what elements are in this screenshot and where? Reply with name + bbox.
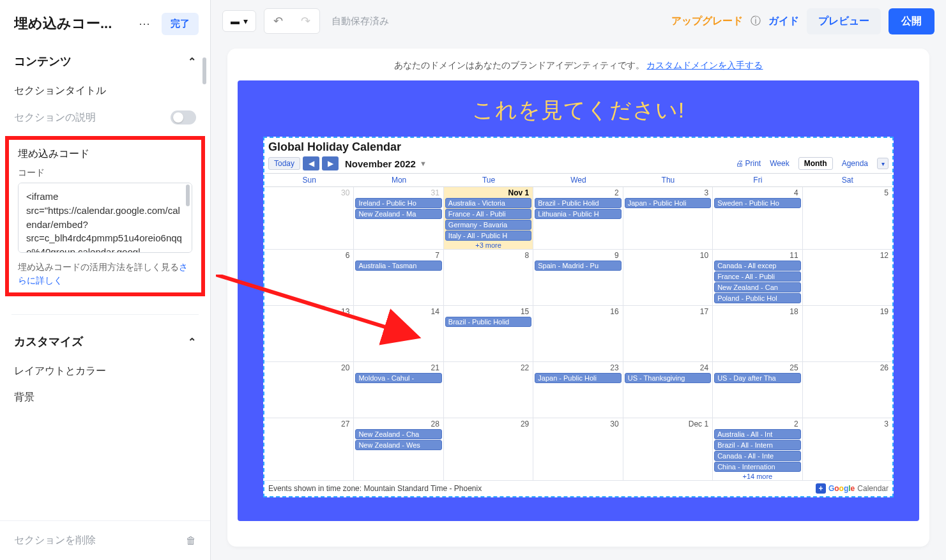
calendar-cell[interactable]: 14 [354, 306, 443, 362]
customize-section-head[interactable]: カスタマイズ ⌃ [0, 325, 210, 358]
calendar-event[interactable]: Brazil - All - Intern [714, 440, 800, 450]
embed-code-textarea[interactable] [18, 183, 192, 253]
calendar-cell[interactable]: 3 [803, 418, 892, 481]
calendar-event[interactable]: China - Internation [714, 462, 800, 472]
embed-selection[interactable]: Global Holiday Calendar Today ◀ ▶ Novemb… [263, 137, 894, 497]
calendar-cell[interactable]: 16 [533, 306, 623, 362]
calendar-event[interactable]: US - Day after Tha [714, 373, 800, 383]
calendar-event[interactable]: New Zealand - Ma [355, 209, 441, 219]
today-button[interactable]: Today [268, 157, 300, 170]
contents-section-head[interactable]: コンテンツ ⌃ [0, 45, 210, 78]
calendar-event[interactable]: Brazil - Public Holid [535, 198, 621, 208]
calendar-cell[interactable]: 10 [623, 250, 713, 306]
calendar-event[interactable]: Ireland - Public Ho [355, 198, 441, 208]
calendar-cell[interactable]: 25US - Day after Tha [713, 362, 802, 418]
calendar-event[interactable]: Japan - Public Holi [625, 198, 711, 208]
print-button[interactable]: 🖨Print [736, 159, 761, 168]
calendar-cell[interactable]: 4Sweden - Public Ho [713, 187, 802, 250]
calendar-cell[interactable]: 31Ireland - Public HoNew Zealand - Ma [354, 187, 443, 250]
calendar-cell[interactable]: 7Australia - Tasman [354, 250, 443, 306]
section-desc-field[interactable]: セクションの説明 [0, 104, 210, 131]
month-label[interactable]: November 2022 ▼ [345, 158, 427, 169]
calendar-cell[interactable]: 24US - Thanksgiving [623, 362, 713, 418]
more-events-link[interactable]: +14 more [713, 473, 802, 480]
background-field[interactable]: 背景 [0, 384, 210, 411]
next-month-button[interactable]: ▶ [322, 156, 339, 170]
calendar-cell[interactable]: 3Japan - Public Holi [623, 187, 713, 250]
calendar-cell[interactable]: 15Brazil - Public Holid [444, 306, 533, 362]
calendar-cell[interactable]: 29 [444, 418, 533, 481]
calendar-cell[interactable]: 13 [264, 306, 354, 362]
calendar-cell[interactable]: 21Moldova - Cahul - [354, 362, 443, 418]
more-events-link[interactable]: +3 more [444, 241, 533, 249]
redo-button[interactable]: ↷ [292, 9, 319, 33]
calendar-event[interactable]: France - All - Publi [445, 209, 531, 219]
calendar-cell[interactable]: 6 [264, 250, 354, 306]
calendar-cell[interactable]: 8 [444, 250, 533, 306]
more-button[interactable]: ⋯ [132, 11, 156, 36]
calendar-cell[interactable]: 11Canada - All excepFrance - All - Publi… [713, 250, 802, 306]
calendar-event[interactable]: Japan - Public Holi [535, 373, 621, 383]
editor-surface[interactable]: これを見てください! Global Holiday Calendar Today… [238, 80, 919, 521]
calendar-cell[interactable]: 30 [264, 187, 354, 250]
guide-link[interactable]: ガイド [768, 15, 799, 28]
done-button[interactable]: 完了 [162, 13, 199, 35]
calendar-event[interactable]: New Zealand - Cha [355, 429, 441, 439]
calendar-event[interactable]: Lithuania - Public H [535, 209, 621, 219]
calendar-cell[interactable]: 17 [623, 306, 713, 362]
calendar-cell[interactable]: 2Brazil - Public HolidLithuania - Public… [533, 187, 623, 250]
tab-week[interactable]: Week [765, 158, 794, 169]
tab-month[interactable]: Month [798, 157, 833, 170]
google-calendar-brand[interactable]: + Google Calendar [816, 483, 889, 494]
calendar-event[interactable]: Australia - Tasman [355, 261, 441, 271]
calendar-cell[interactable]: 23Japan - Public Holi [533, 362, 623, 418]
section-heading[interactable]: これを見てください! [263, 96, 894, 125]
calendar-event[interactable]: Brazil - Public Holid [445, 317, 531, 327]
layout-color-field[interactable]: レイアウトとカラー [0, 358, 210, 384]
section-desc-label: セクションの説明 [14, 111, 96, 125]
calendar-event[interactable]: Canada - All excep [714, 261, 800, 271]
calendar-event[interactable]: Moldova - Cahul - [355, 373, 441, 383]
calendar-cell[interactable]: 20 [264, 362, 354, 418]
tab-agenda[interactable]: Agenda [837, 158, 873, 169]
prev-month-button[interactable]: ◀ [303, 156, 319, 170]
calendar-picker-button[interactable]: ▾ [877, 158, 889, 169]
device-selector[interactable]: ▬ ▾ [222, 10, 256, 32]
calendar-cell[interactable]: Nov 1Australia - VictoriaFrance - All - … [444, 187, 533, 250]
calendar-event[interactable]: US - Thanksgiving [625, 373, 711, 383]
help-icon[interactable]: ⓘ [751, 15, 761, 28]
calendar-cell[interactable]: 30 [533, 418, 623, 481]
sidebar-scrollbar[interactable] [202, 57, 206, 84]
calendar-event[interactable]: Germany - Bavaria [445, 220, 531, 230]
calendar-cell[interactable]: 5 [803, 187, 892, 250]
calendar-event[interactable]: France - All - Publi [714, 271, 800, 282]
preview-button[interactable]: プレビュー [807, 8, 881, 34]
calendar-event[interactable]: Sweden - Public Ho [714, 198, 800, 208]
calendar-cell[interactable]: 18 [713, 306, 802, 362]
calendar-cell[interactable]: 2Australia - All - IntBrazil - All - Int… [713, 418, 802, 481]
calendar-event[interactable]: New Zealand - Can [714, 282, 800, 292]
publish-button[interactable]: 公開 [889, 8, 935, 34]
delete-section-row[interactable]: セクションを削除 🗑 [0, 520, 210, 560]
calendar-cell[interactable]: 28New Zealand - ChaNew Zealand - Wes [354, 418, 443, 481]
calendar-event[interactable]: Canada - All - Inte [714, 451, 800, 461]
calendar-cell[interactable]: 27 [264, 418, 354, 481]
calendar-event[interactable]: Poland - Public Hol [714, 293, 800, 303]
calendar-cell[interactable]: 12 [803, 250, 892, 306]
undo-button[interactable]: ↶ [264, 9, 292, 33]
calendar-cell[interactable]: 22 [444, 362, 533, 418]
calendar-event[interactable]: Spain - Madrid - Pu [535, 261, 621, 271]
section-desc-toggle[interactable] [171, 110, 196, 125]
calendar-event[interactable]: Australia - Victoria [445, 198, 531, 208]
banner-link[interactable]: カスタムドメインを入手する [646, 60, 763, 70]
calendar-cell[interactable]: 19 [803, 306, 892, 362]
calendar-cell[interactable]: 26 [803, 362, 892, 418]
section-title-field[interactable]: セクションタイトル [0, 78, 210, 104]
calendar-event[interactable]: New Zealand - Wes [355, 440, 441, 450]
upgrade-link[interactable]: アップグレード [671, 15, 743, 28]
textarea-scrollbar[interactable] [186, 185, 190, 206]
calendar-cell[interactable]: 9Spain - Madrid - Pu [533, 250, 623, 306]
calendar-cell[interactable]: Dec 1 [623, 418, 713, 481]
calendar-event[interactable]: Australia - All - Int [714, 429, 800, 439]
calendar-event[interactable]: Italy - All - Public H [445, 231, 531, 241]
